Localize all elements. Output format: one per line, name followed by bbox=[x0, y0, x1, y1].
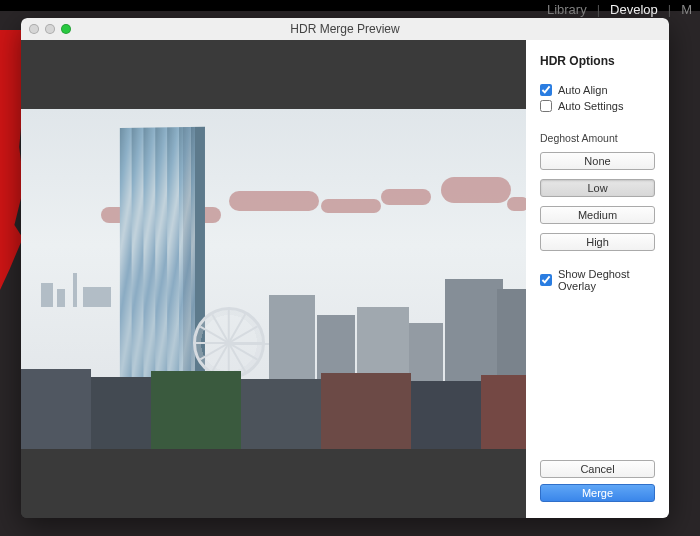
close-icon[interactable] bbox=[29, 24, 39, 34]
deghost-medium-button[interactable]: Medium bbox=[540, 206, 655, 224]
preview-building bbox=[73, 273, 77, 307]
dialog-content: HDR Options Auto Align Auto Settings Deg… bbox=[21, 40, 669, 518]
auto-settings-checkbox[interactable]: Auto Settings bbox=[540, 100, 655, 112]
deghost-overlay-region bbox=[441, 177, 511, 203]
deghost-overlay-region bbox=[381, 189, 431, 205]
preview-ferris-wheel bbox=[193, 307, 265, 379]
preview-building bbox=[120, 127, 195, 379]
show-deghost-overlay-label: Show Deghost Overlay bbox=[558, 268, 655, 292]
auto-align-label: Auto Align bbox=[558, 84, 608, 96]
preview-building bbox=[57, 289, 65, 307]
preview-rooftop bbox=[241, 379, 321, 449]
preview-building bbox=[269, 295, 315, 385]
cancel-button[interactable]: Cancel bbox=[540, 460, 655, 478]
preview-building bbox=[497, 289, 526, 389]
preview-rooftop bbox=[151, 371, 241, 449]
preview-rooftop bbox=[21, 369, 91, 449]
auto-align-input[interactable] bbox=[540, 84, 552, 96]
hdr-merge-dialog: HDR Merge Preview bbox=[21, 18, 669, 518]
preview-building bbox=[409, 323, 443, 385]
preview-building bbox=[83, 287, 111, 307]
deghost-overlay-region bbox=[507, 197, 526, 211]
module-switcher: Library | Develop | M bbox=[547, 0, 700, 18]
auto-settings-label: Auto Settings bbox=[558, 100, 623, 112]
titlebar: HDR Merge Preview bbox=[21, 18, 669, 40]
show-deghost-overlay-input[interactable] bbox=[540, 274, 552, 286]
menu-separator: | bbox=[668, 2, 671, 17]
preview-rooftop bbox=[481, 375, 526, 449]
minimize-icon[interactable] bbox=[45, 24, 55, 34]
merge-button[interactable]: Merge bbox=[540, 484, 655, 502]
options-heading: HDR Options bbox=[540, 54, 655, 68]
menu-separator: | bbox=[597, 2, 600, 17]
preview-rooftop bbox=[321, 373, 411, 449]
deghost-overlay-region bbox=[229, 191, 319, 211]
preview-image bbox=[21, 109, 526, 449]
deghost-none-button[interactable]: None bbox=[540, 152, 655, 170]
show-deghost-overlay-checkbox[interactable]: Show Deghost Overlay bbox=[540, 268, 655, 292]
menu-map-truncated[interactable]: M bbox=[681, 2, 692, 17]
deghost-low-button[interactable]: Low bbox=[540, 179, 655, 197]
menu-library[interactable]: Library bbox=[547, 2, 587, 17]
maximize-icon[interactable] bbox=[61, 24, 71, 34]
preview-building bbox=[41, 283, 53, 307]
preview-pane bbox=[21, 40, 526, 518]
preview-rooftop bbox=[411, 381, 481, 449]
preview-building bbox=[445, 279, 503, 389]
auto-align-checkbox[interactable]: Auto Align bbox=[540, 84, 655, 96]
deghost-overlay-region bbox=[321, 199, 381, 213]
hdr-options-panel: HDR Options Auto Align Auto Settings Deg… bbox=[526, 40, 669, 518]
dialog-title: HDR Merge Preview bbox=[21, 22, 669, 36]
preview-rooftop bbox=[91, 377, 151, 449]
deghost-label: Deghost Amount bbox=[540, 132, 655, 144]
menu-develop[interactable]: Develop bbox=[610, 2, 658, 17]
deghost-high-button[interactable]: High bbox=[540, 233, 655, 251]
window-controls bbox=[29, 24, 71, 34]
auto-settings-input[interactable] bbox=[540, 100, 552, 112]
